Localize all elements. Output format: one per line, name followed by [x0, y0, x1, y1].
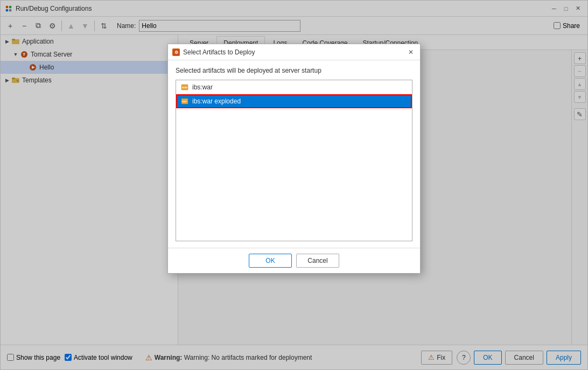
select-artifacts-modal: ⚙ Select Artifacts to Deploy ✕ Selected …: [167, 44, 421, 274]
modal-footer: OK Cancel: [168, 248, 420, 273]
artifact-icon-war-exploded: war: [180, 97, 189, 106]
modal-title-text: Select Artifacts to Deploy: [183, 48, 255, 56]
artifact-label-ibs-war: ibs:war: [192, 83, 213, 91]
modal-description: Selected artifacts will be deployed at s…: [176, 67, 412, 74]
modal-close-button[interactable]: ✕: [406, 47, 416, 57]
svg-text:war: war: [181, 86, 188, 89]
artifact-item-ibs-war-exploded[interactable]: war ibs:war exploded: [176, 94, 412, 108]
artifact-icon-war: war: [180, 83, 189, 92]
modal-title-bar: ⚙ Select Artifacts to Deploy ✕: [168, 44, 420, 60]
modal-content: Selected artifacts will be deployed at s…: [168, 60, 420, 248]
modal-icon: ⚙: [172, 48, 180, 56]
artifact-item-ibs-war[interactable]: war ibs:war: [176, 80, 412, 94]
svg-text:⚙: ⚙: [174, 50, 178, 55]
artifact-label-ibs-war-exploded: ibs:war exploded: [192, 97, 241, 105]
svg-text:war: war: [181, 100, 187, 103]
modal-ok-button[interactable]: OK: [249, 254, 292, 268]
main-window: Run/Debug Configurations ─ □ ✕ + − ⧉ ⚙ ▲…: [0, 0, 588, 370]
modal-artifact-list: war ibs:war war ibs:war e: [176, 80, 412, 241]
modal-cancel-button[interactable]: Cancel: [296, 254, 339, 268]
modal-overlay: ⚙ Select Artifacts to Deploy ✕ Selected …: [1, 1, 587, 369]
modal-title-left: ⚙ Select Artifacts to Deploy: [172, 48, 255, 56]
